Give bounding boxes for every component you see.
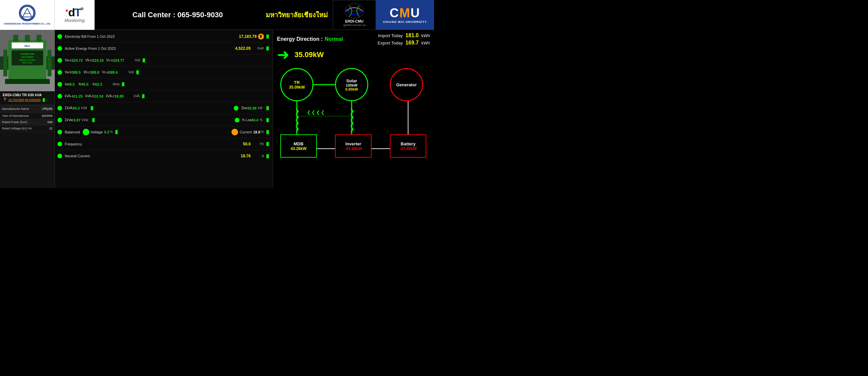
label-current-bal: Current	[240, 130, 252, 134]
meter-sigma-kva: ΣkVA 35.3 kVA ▐▌ Σkw 35.09 kW ▐▌	[55, 102, 273, 114]
svg-text:❯: ❯	[295, 108, 299, 114]
cmu-c: C	[390, 6, 399, 20]
val-current-bal: 18.8	[253, 130, 260, 134]
value-active-energy: 4,522.05	[235, 46, 251, 51]
svg-text:CHIANG MAI: CHIANG MAI	[20, 53, 34, 55]
dot-balanced	[57, 130, 62, 134]
bar-kva: ▐▌	[141, 94, 146, 98]
unit-current: Amp	[108, 82, 120, 86]
svg-text:❯: ❯	[295, 120, 299, 126]
battery-label: Battery	[401, 141, 416, 146]
transformer-location: 📍 18.7567883,98.9395065 ▐▌	[0, 98, 55, 104]
meter-electricity-bill: Electricity Bill From 1 Oct 2023 17,183.…	[55, 31, 273, 42]
idt-monitoring: Monitoring	[64, 18, 85, 23]
transformer-title: ERDI-CMU TR 630 kVA	[0, 91, 55, 98]
unit-voltage-ll: Volt	[122, 70, 134, 74]
company-logo: CHAROENCHAI TRANSFORMER CO., LTD.	[0, 0, 55, 30]
location-text[interactable]: 18.7567883,98.9395065	[8, 98, 41, 102]
cmu-logo-box: C M U CHIANG MAI UNIVERSITY	[376, 0, 434, 30]
right-panel: Energy Direction : Normal Import Today 1…	[273, 30, 434, 188]
dot-neutral-current	[57, 153, 62, 158]
svg-marker-1	[23, 8, 32, 17]
unit-current-bal: %	[261, 130, 264, 134]
info-row-voltage: Rated Voltage (kV) HV 22	[0, 126, 55, 132]
tr-label: TR	[294, 80, 300, 85]
val-vbn: 224.18	[92, 59, 103, 62]
key-ia: Ia	[65, 82, 67, 86]
transformer-image: NEA CHIANG MAI Low Carbon ENERGY SAVING …	[0, 30, 55, 91]
bar-pct-load: ▐▌	[265, 118, 270, 122]
cmu-m: M	[400, 6, 411, 20]
key-vca: Vc-a	[102, 70, 109, 74]
dot-sigma-kvar	[57, 118, 62, 123]
idt-letters: dT	[68, 7, 81, 18]
battery-kw: -23.40kW	[400, 146, 417, 151]
svg-text:❮: ❮	[316, 109, 320, 115]
info-label-voltage: Rated Voltage (kV) HV	[0, 126, 38, 132]
info-value-manufacturer: เจริญชัย	[38, 105, 55, 113]
erdi-logo-box: ERDI-CMU ศูนย์บริการหน่วยระบบ	[333, 0, 376, 30]
label-active-energy: Active Energy From 1 Oct 2023	[65, 46, 232, 50]
key-vbc: Vb-c	[83, 70, 90, 74]
svg-rect-21	[5, 79, 50, 84]
val-neutral-current: 18.76	[241, 153, 251, 158]
svg-text:❯: ❯	[295, 114, 299, 120]
dot-sigma-kw	[234, 106, 239, 110]
svg-rect-20	[48, 50, 52, 76]
dot-kva	[57, 94, 62, 99]
bar-voltage-ln: ▐▌	[142, 59, 146, 62]
meter-voltage-ln: Va-n 224.72 Vb-n 224.18 Vc-n 224.77 Volt…	[55, 55, 273, 66]
mdb-label: MDB	[293, 141, 304, 146]
val-kvac: 19.85	[115, 94, 124, 98]
signal-bars: ▐▌	[42, 98, 46, 102]
info-label-year: Year of Manufacture	[0, 113, 38, 119]
label-neutral-current: Neutral Current	[65, 154, 238, 158]
bar-sigma-kvar: ▐▌	[91, 118, 96, 122]
key-sigma-kw: Σkw	[241, 106, 247, 110]
info-row-manufacturer: Manufactures Name เจริญชัย	[0, 105, 55, 113]
meter-kva: kVA-a 11.25 kVA-b 10.34 kVA-c 19.85 kVA …	[55, 90, 273, 102]
import-label: Import Today	[378, 33, 403, 38]
unit-kva: kVA	[128, 94, 140, 98]
dot-load	[235, 118, 240, 123]
unit-voltage-ln: Volt	[128, 59, 140, 62]
svg-rect-9	[13, 35, 18, 41]
key-vab: Va-b	[65, 70, 71, 74]
meter-neutral-current: Neutral Current 18.76 A ▐▌	[55, 150, 273, 162]
value-electricity-bill: 17,183.79	[239, 34, 256, 39]
info-row-power: Rated Power (kVA) 630	[0, 119, 55, 126]
svg-text:❯: ❯	[350, 126, 354, 132]
location-icon: 📍	[3, 98, 7, 102]
logo-circle	[19, 5, 35, 21]
val-vbc: 388.8	[90, 70, 99, 74]
val-sigma-kvar: 3.97	[73, 118, 80, 122]
tr-kw: 35.09kW	[289, 85, 305, 90]
val-kvab: 10.34	[94, 94, 103, 98]
cmu-letters: C M U	[390, 6, 421, 20]
unit-frequency: Hz	[252, 142, 264, 146]
key-van: Va-n	[65, 59, 71, 62]
val-voltage-bal: 0.2	[104, 130, 109, 134]
meter-current: Ia 49.5 Ib 45.5 Ic 62.3 Amp ▐▌	[55, 78, 273, 90]
val-vab: 388.5	[71, 70, 81, 74]
key-sigma-kva: ΣkVA	[65, 106, 73, 110]
header: CHAROENCHAI TRANSFORMER CO., LTD. ● dT ®…	[0, 0, 434, 30]
unit-voltage-bal: %	[110, 130, 113, 134]
key-kvab: kVA-b	[85, 94, 94, 98]
flow-kw: 35.09kW	[294, 50, 324, 59]
export-unit: kWh	[422, 40, 430, 45]
label-voltage-bal: Voltage	[91, 130, 103, 134]
node-battery: Battery -23.40kW	[390, 134, 426, 158]
key-kvac: kVA-c	[106, 94, 115, 98]
unit-sigma-kva: kVA	[81, 106, 87, 110]
unit-sigma-kvar: kVar	[82, 118, 88, 122]
svg-rect-11	[36, 35, 41, 41]
flow-arrow: ➜	[277, 47, 289, 62]
dot-active-energy	[57, 46, 62, 51]
val-ia: 49.5	[67, 82, 74, 86]
inverter-label: Inverter	[345, 141, 361, 146]
bar-current: ▐▌	[121, 82, 126, 86]
svg-text:❯: ❯	[350, 120, 354, 126]
bar-active-energy: ▐▌	[265, 46, 270, 50]
bar-sigma-kw: ▐▌	[265, 106, 270, 110]
